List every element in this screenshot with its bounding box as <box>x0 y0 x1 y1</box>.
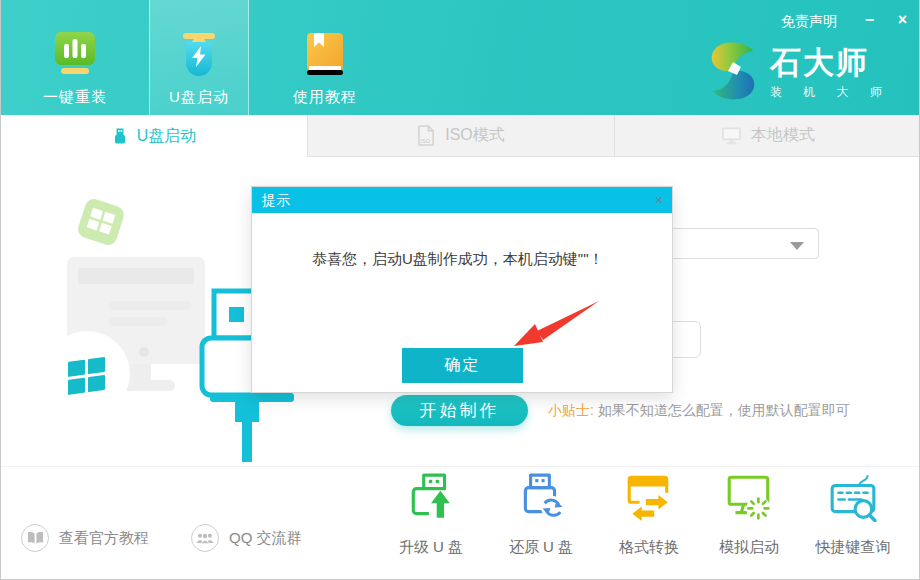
nav-label: U盘启动 <box>169 88 229 107</box>
nav-label: 使用教程 <box>293 88 357 107</box>
tab-label: 本地模式 <box>751 125 815 146</box>
disclaimer-link[interactable]: 免责声明 <box>781 13 837 31</box>
qq-group-link[interactable]: QQ 交流群 <box>191 524 302 552</box>
link-label: 查看官方教程 <box>59 529 149 548</box>
monitor-icon <box>721 126 742 145</box>
tab-usb-boot[interactable]: U盘启动 <box>1 115 307 157</box>
tab-local-mode[interactable]: 本地模式 <box>614 115 920 157</box>
tool-label: 模拟启动 <box>697 538 801 557</box>
close-button[interactable]: × <box>898 10 907 30</box>
brand-logo: 石大师 装 机 大 师 <box>702 40 891 106</box>
ok-button[interactable]: 确定 <box>402 348 523 383</box>
book-icon <box>302 31 348 81</box>
iso-file-icon: ISO <box>417 125 436 146</box>
tab-label: U盘启动 <box>137 126 197 147</box>
link-label: QQ 交流群 <box>229 529 302 548</box>
tip-label: 小贴士: <box>548 402 594 418</box>
tab-label: ISO模式 <box>445 125 505 146</box>
start-create-button[interactable]: 开始制作 <box>391 395 528 426</box>
top-toolbar: 一键重装 U盘启动 <box>1 0 920 115</box>
chevron-down-icon <box>790 242 804 250</box>
tip-body: 如果不知道怎么配置，使用默认配置即可 <box>598 402 850 418</box>
usb-stick-icon <box>112 128 128 144</box>
nav-label: 一键重装 <box>43 88 107 107</box>
tool-label: 升级 U 盘 <box>379 538 483 557</box>
svg-text:ISO: ISO <box>421 138 431 144</box>
minimize-button[interactable]: − <box>865 10 874 30</box>
brand-name: 石大师 <box>770 46 891 80</box>
tool-hotkey-query[interactable]: 快捷键查询 <box>801 472 905 557</box>
simulate-boot-icon <box>724 508 774 525</box>
tool-label: 格式转换 <box>597 538 701 557</box>
tool-restore-usb[interactable]: 还原 U 盘 <box>489 472 593 557</box>
brand-logo-icon <box>702 40 764 106</box>
nav-item-reinstall[interactable]: 一键重装 <box>29 0 121 115</box>
dialog-message: 恭喜您，启动U盘制作成功，本机启动键""！ <box>312 250 652 269</box>
tool-upgrade-usb[interactable]: 升级 U 盘 <box>379 472 483 557</box>
dialog-title: 提示 <box>252 192 290 208</box>
success-dialog: 提示 × 恭喜您，启动U盘制作成功，本机启动键""！ 确定 <box>251 186 673 393</box>
dialog-close-icon[interactable]: × <box>655 187 663 213</box>
reinstall-chart-icon <box>52 31 98 81</box>
mode-tabs: U盘启动 ISO ISO模式 本地模式 <box>1 115 920 157</box>
tool-simulate-boot[interactable]: 模拟启动 <box>697 472 801 557</box>
official-tutorial-link[interactable]: 查看官方教程 <box>21 524 149 552</box>
brand-subtitle: 装 机 大 师 <box>770 84 891 101</box>
usb-shield-icon <box>176 31 222 81</box>
format-convert-icon <box>624 508 674 525</box>
tool-label: 还原 U 盘 <box>489 538 593 557</box>
footer-toolbar: 查看官方教程 QQ 交流群 <box>1 466 920 579</box>
dialog-header: 提示 × <box>252 187 672 213</box>
tab-iso-mode[interactable]: ISO ISO模式 <box>307 115 614 157</box>
nav-item-usb-boot[interactable]: U盘启动 <box>149 0 249 115</box>
tip-text: 小贴士: 如果不知道怎么配置，使用默认配置即可 <box>548 402 850 420</box>
people-group-icon <box>191 524 219 552</box>
hotkey-search-icon <box>828 508 878 525</box>
open-book-icon <box>21 524 49 552</box>
nav-item-tutorial[interactable]: 使用教程 <box>277 0 373 115</box>
usb-restore-icon <box>516 508 566 525</box>
tool-label: 快捷键查询 <box>801 538 905 557</box>
usb-upgrade-icon <box>406 508 456 525</box>
tool-format-convert[interactable]: 格式转换 <box>597 472 701 557</box>
app-window: 一键重装 U盘启动 <box>0 0 920 580</box>
